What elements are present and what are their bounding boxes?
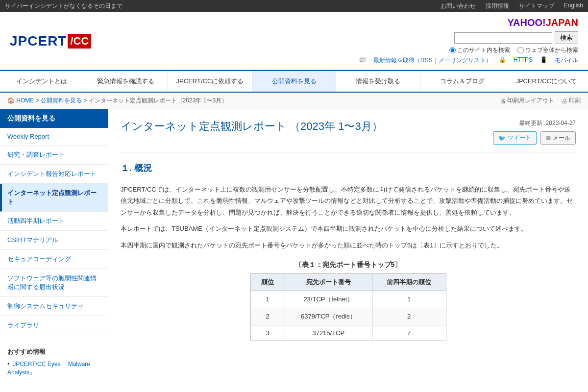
update-bar: 📰 最新情報を取得（RSS｜メーリングリスト） 🔒 HTTPS 📱 モバイル (359, 56, 578, 65)
paragraph3: 本四半期に国内で観測されたパケットの宛先ポート番号をパケットが多かった順に並べた… (121, 240, 576, 251)
twitter-icon: 🐦 (498, 135, 506, 142)
https-link[interactable]: HTTPS (514, 56, 533, 65)
sidebar-item-research[interactable]: 研究・調査レポート (0, 146, 108, 165)
table-row: 26379/TCP（redis）2 (250, 308, 446, 325)
email-button[interactable]: ✉ メール (540, 131, 576, 145)
yahoo-logo: YAHOO!JAPAN (508, 17, 578, 28)
sidebar-item-csirt[interactable]: CSIRTマテリアル (0, 231, 108, 250)
sitemap-link[interactable]: サイトマップ (519, 2, 554, 10)
print-link[interactable]: 🖨 印刷 (562, 97, 581, 105)
table-cell-prev: 1 (372, 291, 446, 308)
paragraph2: 本レポートでは、TSUBAME（インターネット定点観測システム）で本四半期に観測… (121, 223, 576, 234)
breadcrumb-home[interactable]: HOME (16, 97, 34, 104)
search-web-option[interactable]: ウェブ全体から検索 (517, 46, 578, 54)
page-title: インターネット定点観測レポート （2023年 1〜3月） (121, 119, 493, 134)
section1-title: １. 概況 (121, 162, 576, 176)
logo: JPCERT/CC (10, 33, 91, 49)
sidebar-recommended-item: • JPCERT/CC Eyes 「Malware Analysis」 (7, 360, 100, 377)
table-body: 123/TCP（telnet）126379/TCP（redis）2337215/… (250, 291, 446, 341)
search-button[interactable]: 検索 (555, 31, 578, 44)
breadcrumb: 🏠 HOME > 公開資料を見る > インターネット定点観測レポート（2023年… (0, 93, 588, 109)
page-meta: 最終更新: 2023-04-27 🐦 ツイート ✉ メール (493, 119, 576, 145)
print-icon: 🖨 (500, 98, 506, 104)
breadcrumb-path: 🏠 HOME > 公開資料を見る > インターネット定点観測レポート（2023年… (7, 97, 227, 105)
bullet-icon: • (7, 360, 10, 368)
table-cell-rank: 2 (250, 308, 285, 325)
search-site-option[interactable]: このサイト内を検索 (449, 46, 510, 54)
top-bar-links: お問い合わせ 採用情報 サイトマップ English (441, 2, 583, 10)
english-link[interactable]: English (564, 2, 583, 10)
search-input[interactable] (454, 32, 552, 44)
tagline: サイバーインシデントがなくなるその日まで (5, 2, 122, 10)
table-title: 〔表１：宛先ポート番号トップ5〕 (295, 261, 402, 270)
table-cell-rank: 3 (250, 325, 285, 341)
logo-cc: /CC (68, 34, 91, 49)
table-cell-prev: 2 (372, 308, 446, 325)
sidebar-recommended-link[interactable]: JPCERT/CC Eyes 「Malware Analysis」 (7, 361, 90, 376)
main-content: インターネット定点観測レポート （2023年 1〜3月） 最終更新: 2023-… (108, 109, 588, 392)
rss-link[interactable]: 最新情報を取得（RSS｜メーリングリスト） (373, 56, 491, 65)
nav-emergency[interactable]: 緊急情報を確認する (84, 71, 169, 92)
print2-icon: 🖨 (562, 98, 567, 104)
share-buttons: 🐦 ツイート ✉ メール (493, 131, 576, 145)
last-updated: 最終更新: 2023-04-27 (519, 119, 576, 127)
sidebar-item-internet-report[interactable]: インターネット定点観測レポート (0, 184, 108, 212)
table-header-prev: 前四半期の順位 (372, 273, 446, 291)
search-row: 検索 (454, 31, 578, 44)
main-layout: 公開資料を見る Weekly Report 研究・調査レポート インシデント報告… (0, 109, 588, 392)
search-options: このサイト内を検索 ウェブ全体から検索 (449, 46, 578, 54)
https-icon: 🔒 (499, 56, 506, 65)
table-header-rank: 順位 (250, 273, 285, 291)
table-cell-prev: 7 (372, 325, 446, 341)
nav-receive[interactable]: 情報を受け取る (336, 71, 420, 92)
mobile-icon: 📱 (540, 56, 547, 65)
jobs-link[interactable]: 採用情報 (486, 2, 509, 10)
data-table: 順位 宛先ポート番号 前四半期の順位 123/TCP（telnet）126379… (250, 273, 446, 341)
contact-link[interactable]: お問い合わせ (441, 2, 476, 10)
main-nav: インシデントとは 緊急情報を確認する JPCERT/CCに依頼する 公開資料を見… (0, 70, 588, 93)
sidebar-category: 公開資料を見る (0, 109, 108, 128)
paragraph1: JPCERT/CCでは、インターネット上に複数の観測用センサーを分散配置し、不特… (121, 184, 576, 218)
table-cell-port: 23/TCP（telnet） (285, 291, 372, 308)
breadcrumb-actions: 🖨 印刷用レイアウト 🖨 印刷 (500, 97, 581, 105)
sidebar-item-ics[interactable]: 制御システムセキュリティ (0, 297, 108, 316)
table-cell-rank: 1 (250, 291, 285, 308)
breadcrumb-level1[interactable]: 公開資料を見る (41, 97, 82, 104)
table-row: 123/TCP（telnet）1 (250, 291, 446, 308)
print-layout-link[interactable]: 🖨 印刷用レイアウト (500, 97, 554, 105)
nav-publications[interactable]: 公開資料を見る (252, 71, 337, 92)
sidebar-item-library[interactable]: ライブラリ (0, 316, 108, 335)
logo-jpcert: JPCERT (10, 33, 67, 49)
mobile-link[interactable]: モバイル (555, 56, 578, 65)
sidebar-recommended-items: • JPCERT/CC Eyes 「Malware Analysis」 (7, 360, 100, 377)
sidebar-item-secure-coding[interactable]: セキュアコーディング (0, 250, 108, 269)
table-cell-port: 6379/TCP（redis） (285, 308, 372, 325)
sidebar-item-quarterly[interactable]: 活動四半期レポート (0, 212, 108, 231)
top-bar: サイバーインシデントがなくなるその日まで お問い合わせ 採用情報 サイトマップ … (0, 0, 588, 12)
search-area: YAHOO!JAPAN 検索 このサイト内を検索 ウェブ全体から検索 📰 最新情… (359, 17, 578, 65)
table-cell-port: 37215/TCP (285, 325, 372, 341)
sidebar-item-incident-report[interactable]: インシデント報告対応レポート (0, 165, 108, 184)
sidebar: 公開資料を見る Weekly Report 研究・調査レポート インシデント報告… (0, 109, 108, 392)
email-icon: ✉ (546, 135, 551, 142)
sidebar-recommended: おすすめ情報 • JPCERT/CC Eyes 「Malware Analysi… (0, 343, 108, 386)
sidebar-item-vuln[interactable]: ソフトウェア等の脆弱性関連情報に関する届出状況 (0, 269, 108, 297)
nav-about[interactable]: JPCERT/CCについて (504, 71, 588, 92)
tweet-button[interactable]: 🐦 ツイート (493, 131, 537, 145)
breadcrumb-level2: インターネット定点観測レポート（2023年 1〜3月） (89, 97, 227, 104)
header: JPCERT/CC YAHOO!JAPAN 検索 このサイト内を検索 ウェブ全体… (0, 12, 588, 70)
sidebar-recommended-title: おすすめ情報 (7, 347, 100, 356)
table-header-port: 宛先ポート番号 (285, 273, 372, 291)
nav-incident[interactable]: インシデントとは (0, 71, 84, 92)
page-header: インターネット定点観測レポート （2023年 1〜3月） 最終更新: 2023-… (121, 119, 576, 152)
rss-icon: 📰 (359, 56, 366, 65)
nav-request[interactable]: JPCERT/CCに依頼する (168, 71, 252, 92)
home-icon: 🏠 (7, 97, 15, 104)
table-row: 337215/TCP7 (250, 325, 446, 341)
table-container: 〔表１：宛先ポート番号トップ5〕 順位 宛先ポート番号 前四半期の順位 123/… (121, 261, 576, 341)
nav-blog[interactable]: コラム＆ブログ (420, 71, 505, 92)
sidebar-item-weekly-report[interactable]: Weekly Report (0, 128, 108, 146)
